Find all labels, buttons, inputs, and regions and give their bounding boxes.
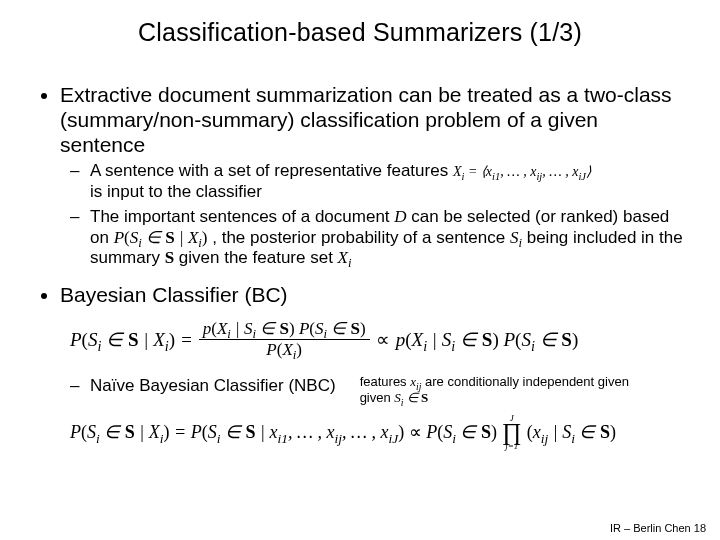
b1s1-a: A sentence with a set of representative … xyxy=(90,161,453,180)
nbc-label: Naïve Bayesian Classifier (NBC) xyxy=(90,376,336,396)
nbc-equation: P(Si ∈ S | Xi) = P(Si ∈ S | xi1, … , xij… xyxy=(70,415,688,451)
symbol-Xi: Xi xyxy=(338,248,352,267)
nbc-row: Naïve Bayesian Classifier (NBC) features… xyxy=(90,376,688,407)
nbc-note-a: features xyxy=(360,374,411,389)
slide: Classification-based Summarizers (1/3) E… xyxy=(0,0,720,540)
bullet-1-text: Extractive document summarization can be… xyxy=(60,83,672,156)
bullet-2-text: Bayesian Classifier (BC) xyxy=(60,283,288,306)
b1s2-a: The important sentences of a document xyxy=(90,207,394,226)
nbc-note-b: are conditionally independent given xyxy=(425,374,629,389)
b1s2-c: , the posterior probability of a sentenc… xyxy=(212,228,510,247)
symbol-D: D xyxy=(394,207,406,226)
feature-vector: Xi = ⟨xi1, … , xij, … , xiJ⟩ xyxy=(453,164,591,179)
bullet-list: Extractive document summarization can be… xyxy=(32,83,688,308)
bullet-1-sublist: A sentence with a set of representative … xyxy=(60,161,688,269)
b1s1-b: is input to the classifier xyxy=(90,182,262,201)
bayes-lhs: P(Si ∈ S | Xi) = xyxy=(70,328,193,351)
bullet-1: Extractive document summarization can be… xyxy=(60,83,688,269)
slide-title: Classification-based Summarizers (1/3) xyxy=(32,18,688,47)
slide-footer: IR – Berlin Chen 18 xyxy=(610,522,706,534)
bayes-denominator: P(Xi) xyxy=(266,340,302,360)
nbc-eq-term: (xij | Si ∈ S) xyxy=(527,421,616,443)
nbc-note-cond: Si ∈ S xyxy=(394,390,428,405)
product-icon: J ∏ j=1 xyxy=(502,415,522,451)
bayes-fraction: p(Xi | Si ∈ S) P(Si ∈ S) P(Xi) xyxy=(199,320,370,360)
bullet-1-sub-1: A sentence with a set of representative … xyxy=(90,161,688,202)
b1s2-e: given the feature set xyxy=(179,248,338,267)
proportional-icon: ∝ xyxy=(376,328,390,351)
bayes-equation: P(Si ∈ S | Xi) = p(Xi | Si ∈ S) P(Si ∈ S… xyxy=(70,320,688,360)
bayes-rhs: p(Xi | Si ∈ S) P(Si ∈ S) xyxy=(396,328,579,351)
bullet-1-sub-2: The important sentences of a document D … xyxy=(90,207,688,269)
prod-lower: j=1 xyxy=(505,443,518,451)
bayes-numerator: p(Xi | Si ∈ S) P(Si ∈ S) xyxy=(199,320,370,341)
posterior-expr: P(Si ∈ S | Xi) xyxy=(114,228,208,247)
nbc-note-given: given xyxy=(360,390,395,405)
symbol-Si: Si xyxy=(510,228,522,247)
symbol-xij: xij xyxy=(410,374,421,389)
bullet-2: Bayesian Classifier (BC) xyxy=(60,283,688,308)
nbc-eq-lhs: P(Si ∈ S | Xi) = P(Si ∈ S | xi1, … , xij… xyxy=(70,421,497,443)
nbc-note: features xij are conditionally independe… xyxy=(360,374,629,407)
symbol-S: S xyxy=(165,248,174,267)
